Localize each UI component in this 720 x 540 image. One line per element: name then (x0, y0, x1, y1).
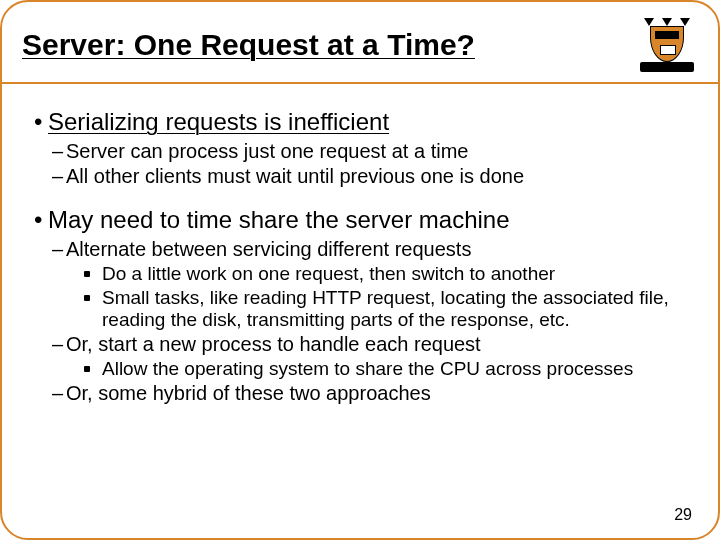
bullet-text: Do a little work on one request, then sw… (102, 263, 555, 284)
bullet-text: Serializing requests is inefficient (48, 108, 389, 135)
bullet-text: May need to time share the server machin… (48, 206, 510, 233)
title-bar: Server: One Request at a Time? (2, 2, 718, 84)
bullet-text: Small tasks, like reading HTTP request, … (102, 287, 669, 330)
bullet-level1: •May need to time share the server machi… (34, 206, 692, 234)
bullet-level2: –Alternate between servicing different r… (52, 238, 692, 261)
slide-body: •Serializing requests is inefficient –Se… (2, 84, 718, 405)
bullet-level2: –Server can process just one request at … (52, 140, 692, 163)
princeton-crest-icon (636, 16, 698, 74)
bullet-text: All other clients must wait until previo… (66, 165, 524, 187)
bullet-level2: –Or, start a new process to handle each … (52, 333, 692, 356)
bullet-text: Allow the operating system to share the … (102, 358, 633, 379)
bullet-level3: Allow the operating system to share the … (84, 358, 692, 380)
bullet-level3: Do a little work on one request, then sw… (84, 263, 692, 285)
page-number: 29 (674, 506, 692, 524)
slide-frame: Server: One Request at a Time? •Serializ… (0, 0, 720, 540)
bullet-text: Alternate between servicing different re… (66, 238, 471, 260)
bullet-level3: Small tasks, like reading HTTP request, … (84, 287, 692, 331)
bullet-level1: •Serializing requests is inefficient (34, 108, 692, 136)
bullet-text: Or, some hybrid of these two approaches (66, 382, 431, 404)
slide-title: Server: One Request at a Time? (22, 28, 636, 62)
bullet-level2: –All other clients must wait until previ… (52, 165, 692, 188)
bullet-level2: –Or, some hybrid of these two approaches (52, 382, 692, 405)
bullet-text: Or, start a new process to handle each r… (66, 333, 481, 355)
bullet-text: Server can process just one request at a… (66, 140, 468, 162)
